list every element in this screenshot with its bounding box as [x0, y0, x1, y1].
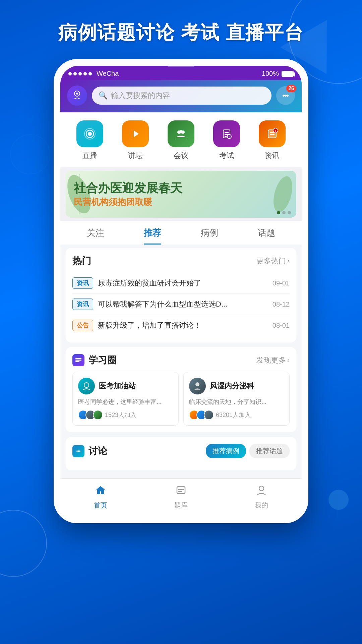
tab-cases[interactable]: 病例 [201, 227, 218, 245]
status-right: 100% [262, 70, 294, 77]
bank-icon [175, 484, 187, 499]
news-text-1: 尿毒症所致的贫血研讨会开始了 [98, 278, 268, 288]
svg-point-3 [285, 95, 287, 97]
learning-more-button[interactable]: 发现更多 › [256, 355, 290, 365]
discuss-icon [72, 445, 84, 457]
tab-recommend[interactable]: 推荐 [144, 227, 161, 245]
discuss-title: 讨论 [88, 445, 107, 458]
hot-more-button[interactable]: 更多热门 › [256, 256, 290, 266]
search-icon: 🔍 [99, 91, 108, 100]
signal-dots [68, 72, 92, 75]
news-date-2: 08-12 [273, 301, 290, 308]
svg-point-30 [195, 382, 199, 386]
mine-icon [255, 484, 267, 499]
svg-point-32 [78, 450, 79, 452]
bottom-nav-mine-label: 我的 [255, 501, 268, 510]
news-item-1[interactable]: 资讯 尿毒症所致的贫血研讨会开始了 09-01 [72, 273, 290, 294]
hot-title: 热门 [72, 255, 91, 267]
lcard2-footer: 63201人加入 [189, 410, 284, 420]
svg-point-25 [270, 174, 293, 214]
svg-text:+: + [229, 136, 230, 139]
discuss-tab-topics[interactable]: 推荐话题 [249, 444, 290, 458]
content-tabs: 关注 推荐 病例 话题 [60, 221, 302, 245]
lcard1-header: 医考加油站 [78, 378, 173, 394]
svg-point-11 [179, 130, 183, 133]
status-bar: WeCha 100% [60, 66, 302, 80]
lcard1-name: 医考加油站 [99, 381, 136, 391]
tab-follow[interactable]: 关注 [87, 227, 104, 245]
bottom-nav-bank-label: 题库 [174, 501, 188, 510]
nav-label-exam: 考试 [219, 151, 234, 161]
bottom-nav: 首页 题库 我的 [60, 478, 302, 517]
discuss-title-group: 讨论 [72, 445, 107, 458]
news-item-3[interactable]: 公告 新版升级了，增加了直播讨论！ 08-01 [72, 315, 290, 336]
hot-section-header: 热门 更多热门 › [72, 255, 290, 267]
search-placeholder: 输入要搜索的内容 [111, 91, 170, 101]
svg-rect-26 [75, 358, 81, 359]
lcard2-desc: 临床交流的天地，分享知识... [189, 398, 284, 406]
news-date-1: 09-01 [273, 279, 290, 287]
discuss-tab-cases[interactable]: 推荐病例 [206, 444, 246, 458]
bottom-nav-home-label: 首页 [94, 501, 107, 510]
learning-card-1[interactable]: 医考加油站 医考同学必进，这里经验丰富... 1523人加入 [72, 372, 179, 426]
nav-label-news: 资讯 [265, 151, 280, 161]
lcard2-header: 风湿内分泌科 [189, 378, 284, 394]
phone-mockup: WeCha 100% 🔍 输入要搜索的内容 [54, 59, 308, 523]
nav-item-exam[interactable]: + 考试 [213, 120, 240, 161]
nav-icons-section: 直播 讲坛 会议 [60, 112, 302, 167]
discuss-header: 讨论 推荐病例 推荐话题 [72, 444, 290, 458]
banner-text-main: 社合办医迎发展春天 [74, 180, 182, 196]
svg-rect-28 [75, 361, 79, 362]
learning-cards: 医考加油站 医考同学必进，这里经验丰富... 1523人加入 [72, 372, 290, 426]
news-tag-1: 资讯 [72, 277, 93, 289]
nav-label-forum: 讲坛 [128, 151, 143, 161]
nav-label-live: 直播 [82, 151, 97, 161]
nav-item-forum[interactable]: 讲坛 [122, 120, 149, 161]
tab-topics[interactable]: 话题 [258, 227, 275, 245]
svg-point-37 [259, 486, 264, 491]
svg-point-4 [287, 95, 289, 97]
learning-title: 学习圈 [88, 354, 117, 367]
search-bar[interactable]: 🔍 输入要搜索的内容 [92, 87, 272, 105]
lcard2-name: 风湿内分泌科 [210, 381, 254, 391]
learning-title-group: 学习圈 [72, 354, 117, 367]
nav-item-live[interactable]: 直播 [76, 120, 103, 161]
hot-section: 热门 更多热门 › 资讯 尿毒症所致的贫血研讨会开始了 09-01 资讯 可以帮… [66, 248, 296, 342]
news-tag-3: 公告 [72, 320, 93, 331]
bottom-nav-home[interactable]: 首页 [94, 484, 107, 510]
lcard2-members: 63201人加入 [216, 411, 251, 419]
nav-item-news[interactable]: ! 资讯 [259, 120, 286, 161]
learning-icon [72, 354, 84, 366]
discuss-section: 讨论 推荐病例 推荐话题 [66, 437, 296, 470]
mini-avatars-1 [78, 410, 103, 420]
banner: 社合办医迎发展春天 民营机构须抱团取暖 [66, 171, 296, 218]
news-text-2: 可以帮我解答下为什么血型血型选选D... [98, 299, 268, 309]
banner-dots [277, 211, 291, 214]
news-tag-2: 资讯 [72, 299, 93, 310]
svg-point-2 [283, 95, 285, 97]
content-area: 热门 更多热门 › 资讯 尿毒症所致的贫血研讨会开始了 09-01 资讯 可以帮… [60, 245, 302, 478]
news-text-3: 新版升级了，增加了直播讨论！ [98, 320, 268, 330]
bottom-nav-bank[interactable]: 题库 [174, 484, 188, 510]
nav-item-meeting[interactable]: 会议 [168, 120, 194, 161]
lcard1-footer: 1523人加入 [78, 410, 173, 420]
learning-section: 学习圈 发现更多 › [66, 347, 296, 432]
svg-point-31 [76, 450, 78, 452]
bottom-nav-mine[interactable]: 我的 [255, 484, 268, 510]
svg-text:!: ! [275, 129, 276, 132]
chat-button[interactable]: 26 [276, 86, 295, 105]
lcard1-members: 1523人加入 [105, 411, 136, 419]
news-item-2[interactable]: 资讯 可以帮我解答下为什么血型血型选选D... 08-12 [72, 294, 290, 315]
learning-header: 学习圈 发现更多 › [72, 354, 290, 367]
news-date-3: 08-01 [273, 322, 290, 329]
learning-card-2[interactable]: 风湿内分泌科 临床交流的天地，分享知识... 63201人加入 [183, 372, 290, 426]
app-logo [67, 86, 87, 106]
banner-text-sub: 民营机构须抱团取暖 [74, 196, 182, 208]
svg-marker-8 [134, 130, 139, 137]
svg-point-29 [84, 383, 89, 387]
mini-avatars-2 [189, 410, 214, 420]
svg-point-5 [88, 132, 92, 136]
svg-rect-34 [177, 487, 185, 493]
nav-label-meeting: 会议 [174, 151, 188, 161]
battery-label: 100% [262, 70, 279, 77]
